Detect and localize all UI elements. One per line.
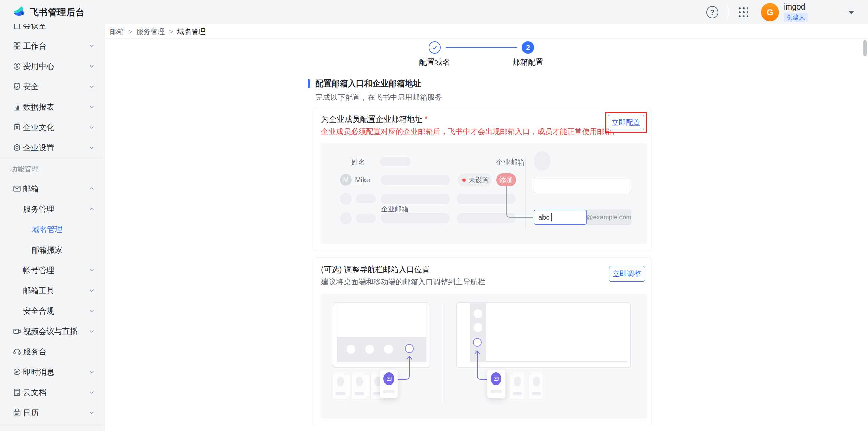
breadcrumb-current: 域名管理 <box>177 27 206 36</box>
app-title: 飞书管理后台 <box>30 6 85 18</box>
sidebar-item-service-management[interactable]: 服务管理 <box>0 199 105 219</box>
mail-entry-target-slot <box>405 344 414 353</box>
section-heading: 配置邮箱入口和企业邮箱地址 完成以下配置，在飞书中启用邮箱服务 <box>308 78 442 102</box>
sidebar-item-instant-message[interactable]: 即时消息 <box>0 362 105 382</box>
sidebar-item-corp-settings[interactable]: 企业设置 <box>0 137 105 158</box>
shield-check-icon <box>13 82 21 91</box>
sidebar-item-account-management[interactable]: 帐号管理 <box>0 260 105 280</box>
nav-dot <box>384 345 393 354</box>
culture-badge-icon <box>13 123 21 132</box>
sidebar-item-security[interactable]: 安全 <box>0 76 105 97</box>
chevron-down-icon <box>88 287 95 294</box>
placeholder-bar <box>457 213 516 223</box>
chevron-down-icon <box>88 42 95 49</box>
chevron-down-icon[interactable] <box>848 11 854 14</box>
email-label-inline: 企业邮箱 <box>381 205 408 214</box>
red-highlight-box: 立即配置 <box>605 112 647 133</box>
video-camera-icon <box>13 327 21 336</box>
nav-dot <box>365 345 374 354</box>
mail-icon <box>491 372 501 385</box>
configure-now-button[interactable]: 立即配置 <box>608 115 644 130</box>
meeting-room-icon <box>13 24 21 30</box>
chevron-down-icon <box>88 369 95 375</box>
sidebar-item-meeting-room[interactable]: 会议室 <box>0 24 105 36</box>
breadcrumb-service-management[interactable]: 服务管理 <box>136 27 165 36</box>
check-icon <box>431 44 438 51</box>
card1-warning-text: 企业成员必须配置对应的企业邮箱后，飞书中才会出现邮箱入口，成员才能正常使用邮箱。 <box>321 127 619 137</box>
placeholder-bar <box>380 157 411 166</box>
chevron-up-icon <box>88 206 95 212</box>
sidebar-item-mail-migration[interactable]: 邮箱搬家 <box>0 240 105 260</box>
placeholder-bar <box>381 213 450 223</box>
section-subtitle: 完成以下配置，在飞书中启用邮箱服务 <box>315 92 442 102</box>
settings-hexagon-icon <box>13 143 21 152</box>
placeholder-avatar <box>340 212 352 224</box>
sidebar-item-domain-management[interactable]: 域名管理 <box>0 219 105 240</box>
placeholder-bar <box>457 194 516 204</box>
chevron-down-icon <box>88 83 95 90</box>
breadcrumb-separator: > <box>169 27 173 36</box>
sidebar-item-data-report[interactable]: 数据报表 <box>0 97 105 117</box>
card2-subtitle: 建议将桌面端和移动端的邮箱入口调整到主导航栏 <box>321 277 485 287</box>
chevron-down-icon <box>88 409 95 416</box>
chevron-down-icon <box>88 63 95 70</box>
email-prefix-input[interactable]: abc <box>534 210 587 225</box>
chevron-down-icon <box>88 328 95 335</box>
sidebar-item-mail[interactable]: 邮箱 <box>0 179 105 199</box>
nav-dot <box>474 323 482 332</box>
mail-app-tile <box>487 370 505 398</box>
vertical-scrollbar-thumb[interactable] <box>863 40 867 56</box>
text-caret <box>551 213 552 221</box>
placeholder-bar <box>356 214 376 223</box>
workbench-icon <box>13 41 21 50</box>
sidebar-item-workbench[interactable]: 工作台 <box>0 36 105 56</box>
placeholder-avatar <box>340 193 352 205</box>
sidebar-divider <box>0 160 105 160</box>
mailbox-demo-panel: 姓名 企业邮箱 M Mike 未设置 添加 企业邮箱 <box>320 143 647 244</box>
status-badge-not-set: 未设置 <box>458 173 492 186</box>
sidebar-item-security-compliance[interactable]: 安全合规 <box>0 301 105 321</box>
sidebar-item-mail-tools[interactable]: 邮箱工具 <box>0 280 105 301</box>
required-asterisk: * <box>425 115 428 124</box>
step1-done-circle <box>429 41 441 54</box>
card-nav-entry: (可选) 调整导航栏邮箱入口位置 建议将桌面端和移动端的邮箱入口调整到主导航栏 … <box>313 257 652 426</box>
avatar[interactable]: G <box>761 3 779 21</box>
adjust-now-button[interactable]: 立即调整 <box>609 266 645 282</box>
placeholder-bar <box>381 175 450 185</box>
help-icon[interactable]: ? <box>706 6 718 18</box>
sidebar-bottom-divider <box>0 424 105 424</box>
breadcrumb: 邮箱 > 服务管理 > 域名管理 <box>105 24 868 39</box>
card1-title: 为企业成员配置企业邮箱地址* <box>321 114 428 125</box>
sidebar-item-cloud-docs[interactable]: 云文档 <box>0 382 105 402</box>
sidebar-item-cost-center[interactable]: 费用中心 <box>0 56 105 76</box>
main-content: 邮箱 > 服务管理 > 域名管理 2 配置域名 邮箱配置 配置邮箱入口和企业邮箱… <box>105 24 868 431</box>
cost-center-icon <box>13 62 21 71</box>
desktop-mockup-window <box>470 302 627 362</box>
stepper-connector <box>446 47 517 48</box>
app-logo[interactable]: 飞书管理后台 <box>12 5 85 19</box>
placeholder-avatar-large <box>534 151 550 171</box>
placeholder-bar <box>356 194 376 203</box>
chevron-down-icon <box>88 307 95 314</box>
sidebar-item-video-meeting[interactable]: 视频会议与直播 <box>0 321 105 341</box>
sidebar-item-calendar[interactable]: 日历 <box>0 402 105 423</box>
apps-grid-icon[interactable] <box>738 6 749 18</box>
add-badge: 添加 <box>496 173 516 186</box>
placeholder-bar <box>381 194 450 204</box>
sidebar-item-corp-culture[interactable]: 企业文化 <box>0 117 105 137</box>
card2-title: (可选) 调整导航栏邮箱入口位置 <box>321 264 430 275</box>
headset-icon <box>13 347 21 356</box>
chat-bubble-icon <box>13 368 21 376</box>
sidebar-item-helpdesk[interactable]: 服务台 <box>0 341 105 362</box>
chevron-down-icon <box>88 389 95 396</box>
red-dot-icon <box>462 179 466 182</box>
email-domain-addon: @example.com <box>587 210 631 225</box>
chevron-down-icon <box>88 144 95 151</box>
top-header: 飞书管理后台 ? G imgod 创建人 <box>0 0 868 24</box>
sidebar-section-label: 功能管理 <box>0 162 105 176</box>
app-tile <box>529 373 544 400</box>
panel-vertical-divider <box>443 302 443 402</box>
nav-dot <box>474 309 482 318</box>
member-name: Mike <box>355 176 370 184</box>
breadcrumb-mail[interactable]: 邮箱 <box>110 27 124 36</box>
